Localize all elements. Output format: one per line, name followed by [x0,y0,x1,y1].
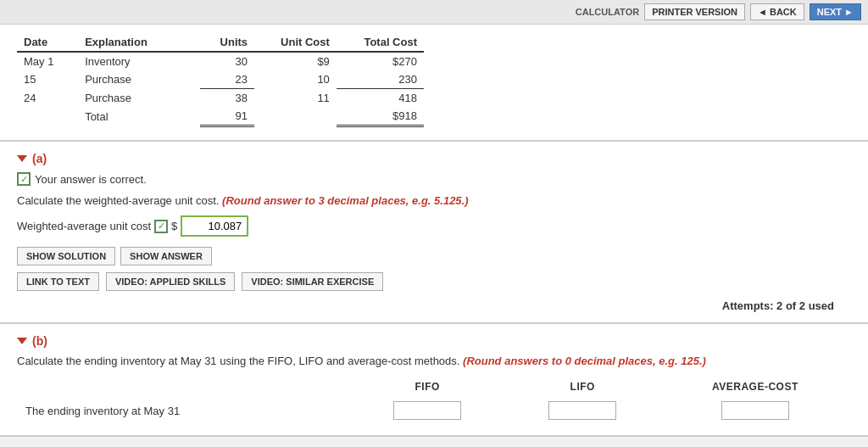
fifo-input-cell [351,398,504,423]
cell-units-1: 30 [200,52,254,70]
col-date: Date [17,33,78,52]
weighted-avg-label: Weighted-average unit cost [17,220,151,232]
section-b-label: (b) [32,334,47,348]
video-applied-button[interactable]: VIDEO: APPLIED SKILLS [106,272,235,291]
lifo-input[interactable] [548,401,616,420]
weighted-avg-row: Weighted-average unit cost ✓ $ [17,215,851,237]
link-to-text-button[interactable]: LINK TO TEXT [17,272,99,291]
cell-units-3: 38 [200,89,254,108]
dollar-sign: $ [171,220,177,232]
table-section: Date Explanation Units Unit Cost Total C… [0,25,868,142]
section-b-header: (b) [17,334,851,348]
cell-tcost-3: 418 [337,89,424,108]
instruction-text-b: Calculate the ending inventory at May 31… [17,355,851,367]
section-b-table: FIFO LIFO AVERAGE-COST The ending invent… [17,376,851,425]
col-explanation: Explanation [78,33,200,52]
col-unit-cost: Unit Cost [254,33,337,52]
cell-date-1: May 1 [17,52,78,70]
cell-ucost-2: 10 [254,70,337,89]
cell-exp-1: Inventory [78,52,200,70]
cell-date-2: 15 [17,70,78,89]
lifo-input-cell [506,398,659,423]
table-row: 15 Purchase 23 10 230 [17,70,424,89]
cell-tcost-total: $918 [337,107,424,126]
printer-version-button[interactable]: PRINTER VERSION [644,3,745,20]
round-instruction-a: (Round answer to 3 decimal places, e.g. … [222,194,468,207]
main-content: Date Explanation Units Unit Cost Total C… [0,25,868,437]
col-avg-cost: AVERAGE-COST [661,377,849,396]
calculator-label: CALCULATOR [576,7,639,17]
table-row-total: Total 91 $918 [17,107,424,126]
cell-units-2: 23 [200,70,254,89]
cell-date-total [17,107,78,126]
col-empty [19,377,349,396]
correct-badge: ✓ Your answer is correct. [17,172,851,186]
col-total-cost: Total Cost [337,33,424,52]
action-buttons-row: SHOW SOLUTION SHOW ANSWER [17,247,851,265]
cell-date-3: 24 [17,89,78,108]
input-check-icon: ✓ [154,220,168,233]
inventory-table: Date Explanation Units Unit Cost Total C… [17,33,424,127]
cell-tcost-1: $270 [337,52,424,70]
correct-message: Your answer is correct. [35,173,147,186]
section-a-label: (a) [32,152,47,165]
fifo-input[interactable] [393,401,461,420]
avg-cost-input-cell [661,398,849,423]
show-solution-button[interactable]: SHOW SOLUTION [17,247,115,265]
cell-exp-2: Purchase [78,70,200,89]
top-bar: CALCULATOR PRINTER VERSION ◄ BACK NEXT ► [0,0,868,25]
collapse-icon-b[interactable] [17,338,27,344]
cell-ucost-3: 11 [254,89,337,108]
section-a: (a) ✓ Your answer is correct. Calculate … [0,142,868,324]
attempts-text: Attempts: 2 of 2 used [722,299,834,312]
col-units: Units [200,33,254,52]
video-similar-button[interactable]: VIDEO: SIMILAR EXERCISE [242,272,383,291]
cell-exp-3: Purchase [78,89,200,108]
section-b: (b) Calculate the ending inventory at Ma… [0,324,868,437]
link-row: LINK TO TEXT VIDEO: APPLIED SKILLS VIDEO… [17,272,851,291]
attempts-row: Attempts: 2 of 2 used [17,299,851,312]
show-answer-button[interactable]: SHOW ANSWER [120,247,212,265]
ending-inventory-label: The ending inventory at May 31 [19,398,349,423]
cell-ucost-total [254,107,337,126]
avg-cost-input[interactable] [721,401,789,420]
back-button[interactable]: ◄ BACK [750,3,804,20]
cell-units-total: 91 [200,107,254,126]
section-a-header: (a) [17,152,851,165]
table-row: 24 Purchase 38 11 418 [17,89,424,108]
next-button[interactable]: NEXT ► [810,3,861,20]
round-instruction-b: (Round answers to 0 decimal places, e.g.… [463,355,706,367]
weighted-avg-input[interactable] [181,215,248,237]
cell-tcost-2: 230 [337,70,424,89]
cell-exp-total: Total [78,107,200,126]
cell-ucost-1: $9 [254,52,337,70]
checkmark-icon: ✓ [17,172,31,186]
instruction-text-a: Calculate the weighted-average unit cost… [17,194,851,207]
col-lifo: LIFO [506,377,659,396]
section-b-row: The ending inventory at May 31 [19,398,849,423]
table-row: May 1 Inventory 30 $9 $270 [17,52,424,70]
col-fifo: FIFO [351,377,504,396]
collapse-icon-a[interactable] [17,155,27,162]
